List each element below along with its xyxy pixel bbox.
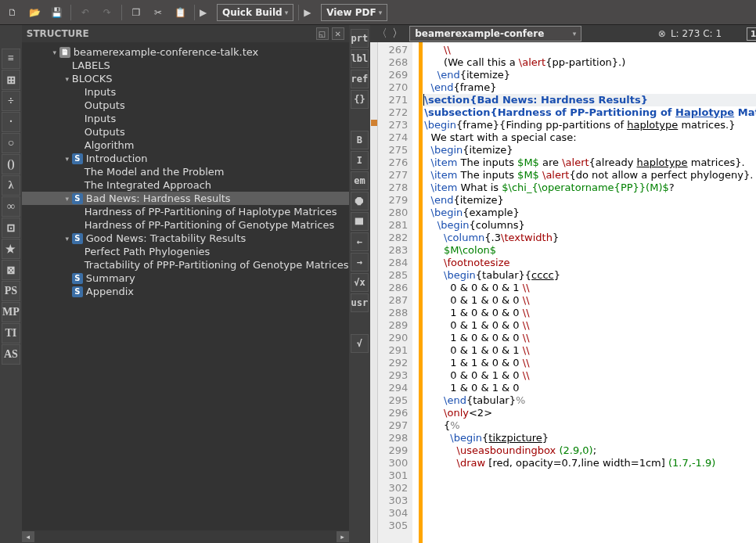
symbol-button[interactable]: ∞ — [2, 196, 20, 217]
nav-back-icon[interactable]: 〈 — [375, 27, 389, 41]
tree-item[interactable]: Hardness of PP-Partitioning of Genotype … — [22, 218, 349, 232]
format-button[interactable]: em — [351, 171, 369, 190]
marker-margin[interactable] — [370, 42, 378, 543]
tree-item[interactable]: Inputs — [22, 112, 349, 125]
scroll-left-icon[interactable]: ◂ — [22, 531, 34, 542]
quick-build-button[interactable]: Quick Build▾ — [217, 4, 293, 21]
symbol-button[interactable]: AS — [2, 344, 20, 365]
editor: 〈 〉 beamerexample-confere ▾ ⊗ L: 273 C: … — [370, 25, 756, 543]
symbol-button[interactable]: ★ — [2, 239, 20, 259]
tree-item[interactable]: Outputs — [22, 99, 349, 112]
document-selector[interactable]: beamerexample-confere ▾ — [409, 26, 581, 41]
tree-item[interactable]: SAppendix — [22, 285, 349, 298]
symbol-button[interactable]: PS — [2, 281, 20, 301]
editor-tabbar: 〈 〉 beamerexample-confere ▾ ⊗ L: 273 C: … — [370, 25, 756, 42]
undo-icon[interactable]: ↶ — [76, 3, 95, 22]
cursor-position: L: 273 C: 1 — [671, 28, 722, 39]
view-icon[interactable]: ▶ — [304, 7, 318, 18]
symbol-button[interactable]: ⊞ — [2, 70, 20, 90]
new-file-icon[interactable]: 🗋 — [3, 3, 22, 22]
structure-float-icon[interactable]: ◱ — [316, 27, 329, 40]
symbol-button[interactable]: λ — [2, 175, 20, 196]
redo-icon[interactable]: ↷ — [98, 3, 117, 22]
save-file-icon[interactable]: 💾 — [47, 3, 66, 22]
paste-icon[interactable]: 📋 — [171, 3, 189, 22]
editor-body[interactable]: 2672682692702712722732742752762772782792… — [370, 42, 756, 543]
format-button[interactable]: B — [351, 131, 369, 149]
symbol-sidebar: ≡⊞÷·○()λ∞⊡★⊠PSMPTIAS — [0, 25, 22, 543]
symbol-button[interactable]: · — [2, 112, 20, 132]
line-numbers: 2672682692702712722732742752762772782792… — [378, 42, 412, 543]
tree-item[interactable]: ▾BLOCKS — [22, 72, 349, 85]
format-button[interactable]: lbl — [351, 49, 369, 68]
format-button[interactable]: I — [351, 151, 369, 170]
symbol-button[interactable]: () — [2, 154, 20, 174]
tree-item[interactable]: ▾SGood News: Tractability Results — [22, 232, 349, 245]
symbol-button[interactable]: ○ — [2, 133, 20, 153]
structure-scroll[interactable]: ◂ ▸ — [22, 530, 349, 543]
structure-close-icon[interactable]: ✕ — [332, 27, 344, 40]
code-content[interactable]: \\ (We call this a \alert{pp-partition}.… — [423, 42, 756, 543]
separator — [121, 5, 122, 20]
pager-button[interactable]: 1 — [747, 27, 756, 41]
symbol-button[interactable]: ÷ — [2, 91, 20, 111]
tree-item[interactable]: ▾SBad News: Hardness Results — [22, 192, 349, 205]
tree-item[interactable]: Algorithm — [22, 138, 349, 152]
symbol-button[interactable]: ⊡ — [2, 218, 20, 238]
tree-item[interactable]: The Model and the Problem — [22, 165, 349, 178]
symbol-button[interactable]: ⊠ — [2, 260, 20, 280]
format-button[interactable]: {} — [351, 90, 369, 109]
separator — [298, 5, 299, 20]
tree-item[interactable]: ▾🗎beamerexample-conference-talk.tex — [22, 45, 349, 59]
format-button[interactable]: ref — [351, 70, 369, 88]
tree-item[interactable]: SSummary — [22, 272, 349, 285]
format-button[interactable]: usr — [351, 293, 369, 312]
copy-icon[interactable]: ❐ — [127, 3, 146, 22]
view-pdf-button[interactable]: View PDF▾ — [321, 4, 387, 21]
breakpoint-margin[interactable] — [412, 42, 419, 543]
format-button[interactable]: prt — [351, 29, 369, 48]
format-button[interactable]: ⯃ — [351, 192, 369, 210]
symbol-button[interactable]: ≡ — [2, 49, 20, 69]
run-icon[interactable]: ▶ — [200, 7, 214, 18]
format-button[interactable]: ⯀ — [351, 212, 369, 231]
tree-item[interactable]: LABELS — [22, 59, 349, 72]
structure-header: STRUCTURE ◱ ✕ — [22, 25, 349, 42]
tree-item[interactable]: Perfect Path Phylogenies — [22, 245, 349, 258]
tree-item[interactable]: Outputs — [22, 125, 349, 138]
tree-item[interactable]: Inputs — [22, 85, 349, 99]
chevron-down-icon: ▾ — [573, 30, 577, 38]
structure-panel: STRUCTURE ◱ ✕ ▾🗎beamerexample-conference… — [22, 25, 349, 543]
tab-close-icon[interactable]: ⊗ — [658, 28, 666, 39]
symbol-button[interactable]: TI — [2, 323, 20, 343]
separator — [70, 5, 71, 20]
tree-item[interactable]: Tractability of PPP-Partitioning of Geno… — [22, 258, 349, 272]
tree-item[interactable]: ▾SIntroduction — [22, 152, 349, 165]
document-name: beamerexample-confere — [415, 28, 544, 39]
nav-forward-icon[interactable]: 〉 — [391, 27, 405, 41]
open-file-icon[interactable]: 📂 — [25, 3, 44, 22]
cut-icon[interactable]: ✂ — [149, 3, 167, 22]
format-button[interactable]: √x — [351, 273, 369, 292]
tree-item[interactable]: Hardness of PP-Partitioning of Haplotype… — [22, 205, 349, 218]
structure-tree[interactable]: ▾🗎beamerexample-conference-talk.texLABEL… — [22, 42, 349, 530]
format-button[interactable]: ← — [351, 232, 369, 251]
format-button[interactable]: → — [351, 253, 369, 272]
format-sidebar: prtlblref{}BIem⯃⯀←→√xusr√ — [349, 25, 371, 543]
structure-title: STRUCTURE — [27, 28, 89, 39]
main-toolbar: 🗋 📂 💾 ↶ ↷ ❐ ✂ 📋 ▶ Quick Build▾ ▶ View PD… — [0, 0, 756, 25]
scroll-right-icon[interactable]: ▸ — [337, 531, 349, 542]
tree-item[interactable]: The Integrated Approach — [22, 178, 349, 192]
separator — [194, 5, 195, 20]
format-button[interactable]: √ — [351, 334, 369, 353]
symbol-button[interactable]: MP — [2, 302, 20, 322]
